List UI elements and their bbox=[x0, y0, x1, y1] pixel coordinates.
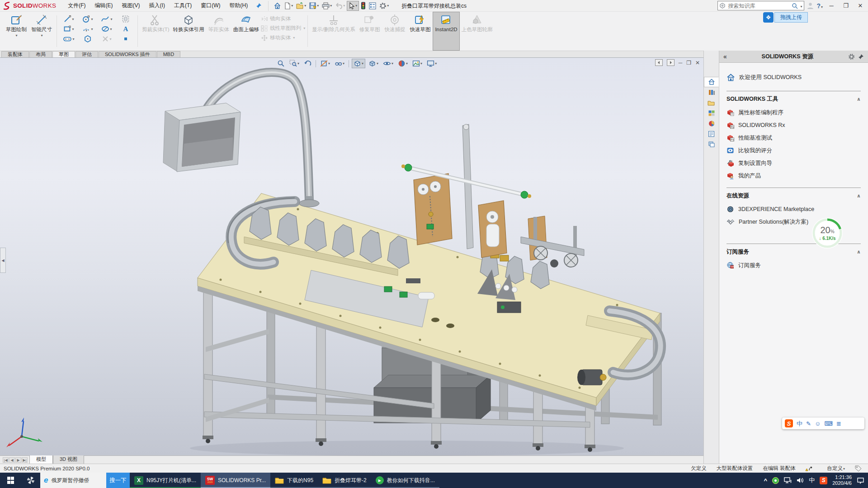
tab-mbd[interactable]: MBD bbox=[157, 51, 180, 57]
taskpane-tab-forum[interactable] bbox=[704, 139, 719, 150]
text-tool[interactable]: A bbox=[116, 24, 135, 34]
shaded-sketch-contours-button[interactable]: 上色草图轮廓 bbox=[460, 12, 495, 51]
collapse-section-icon[interactable] bbox=[857, 96, 861, 102]
close-button[interactable]: ✕ bbox=[854, 2, 866, 9]
settings-gear-button[interactable] bbox=[378, 1, 390, 11]
offset-on-surface-button[interactable]: 曲面上偏移 bbox=[231, 12, 261, 51]
menu-file[interactable]: 文件(F) bbox=[63, 0, 90, 11]
volume-icon[interactable] bbox=[797, 477, 804, 483]
welcome-link[interactable]: 欢迎使用 SOLIDWORKS bbox=[726, 69, 861, 85]
line-tool[interactable] bbox=[59, 14, 78, 24]
slot-tool[interactable] bbox=[59, 34, 78, 44]
compare-score-link[interactable]: 比较我的评分 bbox=[726, 144, 861, 157]
move-entities-button[interactable]: 移动实体 bbox=[261, 34, 305, 41]
tab-model[interactable]: 模型 bbox=[29, 455, 53, 464]
linear-pattern-button[interactable]: 线性草图阵列 bbox=[261, 25, 305, 32]
taskpane-tab-file-explorer[interactable] bbox=[704, 98, 719, 108]
pane-settings-gear-icon[interactable] bbox=[848, 53, 855, 60]
pane-pin-icon[interactable] bbox=[858, 54, 864, 60]
view-settings-icon[interactable] bbox=[425, 59, 438, 68]
menu-help[interactable]: 帮助(H) bbox=[225, 0, 253, 11]
ime-keyboard-icon[interactable]: ⌨ bbox=[824, 421, 833, 427]
menu-tools[interactable]: 工具(T) bbox=[170, 0, 196, 11]
instant2d-button[interactable]: Instant2D bbox=[433, 12, 459, 51]
quick-snaps-button[interactable]: 快速捕捉 bbox=[382, 12, 407, 51]
download-progress-badge[interactable]: 20% ↓ 6.1K/s bbox=[811, 217, 844, 249]
print-button[interactable] bbox=[321, 1, 333, 11]
model-3d-canvas[interactable] bbox=[0, 58, 703, 456]
subscription-services-link[interactable]: SW 订阅服务 bbox=[726, 259, 861, 272]
taskbar-item-solidworks[interactable]: SOLIDWORKS Pr... bbox=[201, 473, 270, 488]
rebuild-warning-icon[interactable] bbox=[805, 465, 812, 472]
convert-entities-button[interactable]: 转换实体引用 bbox=[171, 12, 206, 51]
save-button[interactable] bbox=[308, 1, 320, 11]
taskpane-tab-appearances[interactable] bbox=[704, 118, 719, 129]
doc-close-icon[interactable]: ✕ bbox=[695, 60, 700, 66]
sketch-button[interactable]: 草图绘制 bbox=[4, 12, 29, 51]
drag-upload-label[interactable]: 拖拽上传 bbox=[774, 12, 808, 23]
dynamic-annotation-icon[interactable] bbox=[333, 59, 346, 68]
tab-assembly[interactable]: 装配体 bbox=[1, 51, 29, 57]
sogou-tray-icon[interactable] bbox=[820, 477, 827, 484]
large-assembly-settings[interactable]: 大型装配体设置 bbox=[717, 465, 753, 472]
trim-quick-tool[interactable] bbox=[97, 34, 116, 44]
selection-box-tool[interactable] bbox=[116, 14, 135, 24]
menu-insert[interactable]: 插入(I) bbox=[145, 0, 170, 11]
collapse-section-icon[interactable] bbox=[857, 249, 861, 255]
taskbar-item-browser-page[interactable]: 教你如何下载抖音... bbox=[371, 473, 439, 488]
section-online-resources[interactable]: 在线资源 bbox=[726, 192, 861, 200]
knowledge-search-box[interactable] bbox=[717, 1, 804, 10]
taskbar-item-folder-earband[interactable]: 折叠焊耳带-2 bbox=[318, 473, 371, 488]
sogou-logo-icon[interactable] bbox=[785, 419, 793, 427]
circle-tool[interactable] bbox=[78, 14, 97, 24]
earband-feeder-board-left[interactable] bbox=[414, 174, 452, 245]
collapse-pane-icon[interactable]: « bbox=[723, 53, 727, 60]
last-sheet-icon[interactable]: ▶| bbox=[22, 457, 28, 463]
mirror-entities-button[interactable]: 镜向实体 bbox=[261, 15, 305, 22]
trim-entities-button[interactable]: 剪裁实体(T) bbox=[140, 12, 171, 51]
edit-appearance-icon[interactable] bbox=[396, 59, 409, 68]
start-button[interactable] bbox=[0, 473, 21, 488]
offset-entities-button[interactable]: 等距实体 bbox=[206, 12, 231, 51]
network-icon[interactable] bbox=[784, 477, 792, 483]
notification-center-icon[interactable] bbox=[857, 477, 864, 484]
customize-menu[interactable]: 自定义 bbox=[827, 465, 845, 472]
first-sheet-icon[interactable]: |◀ bbox=[3, 457, 9, 463]
section-view-icon[interactable] bbox=[319, 59, 331, 68]
doc-restore-icon[interactable]: ❐ bbox=[686, 60, 691, 66]
repair-sketch-button[interactable]: 修复草图 bbox=[357, 12, 382, 51]
taskbar-clock[interactable]: 1:21:36 2020/4/6 bbox=[832, 474, 852, 486]
tray-expand-icon[interactable] bbox=[764, 477, 768, 484]
rectangle-tool[interactable] bbox=[59, 24, 78, 34]
apply-scene-icon[interactable] bbox=[411, 59, 424, 68]
earband-feeder-board-right[interactable] bbox=[478, 201, 507, 258]
open-button[interactable] bbox=[295, 1, 307, 11]
browser-360-button[interactable] bbox=[21, 473, 40, 488]
smart-dimension-button[interactable]: 智能尺寸 bbox=[29, 12, 54, 51]
graphics-viewport[interactable]: ─ ❐ ✕ ◀ bbox=[0, 57, 703, 455]
collapse-section-icon[interactable] bbox=[857, 193, 861, 199]
tab-layout[interactable]: 布局 bbox=[29, 51, 52, 57]
undo-button[interactable] bbox=[334, 1, 346, 11]
taskpane-tab-view-palette[interactable] bbox=[704, 108, 719, 118]
display-style-icon[interactable] bbox=[367, 59, 380, 68]
tab-3d-views[interactable]: 3D 视图 bbox=[53, 455, 84, 464]
menu-window[interactable]: 窗口(W) bbox=[196, 0, 225, 11]
previous-document-icon[interactable] bbox=[655, 59, 663, 66]
taskpane-tab-design-library[interactable] bbox=[704, 87, 719, 98]
taskpane-tab-custom-properties[interactable] bbox=[704, 129, 719, 139]
prev-sheet-icon[interactable]: ◀ bbox=[9, 457, 15, 463]
spline-tool[interactable] bbox=[97, 14, 116, 24]
performance-benchmark-link[interactable]: Px 性能基准测试 bbox=[726, 131, 861, 144]
doc-minimize-icon[interactable]: ─ bbox=[679, 60, 683, 66]
next-document-icon[interactable] bbox=[667, 59, 675, 66]
sheet-nav-buttons[interactable]: |◀ ◀ ▶ ▶| bbox=[1, 457, 29, 464]
options-list-button[interactable] bbox=[368, 1, 377, 11]
tray-360-icon[interactable] bbox=[772, 477, 779, 484]
new-document-button[interactable] bbox=[283, 1, 294, 11]
drag-upload-overlay[interactable]: ❖ 拖拽上传 bbox=[763, 12, 808, 23]
arc-tool[interactable] bbox=[78, 24, 97, 34]
section-solidworks-tools[interactable]: SOLIDWORKS 工具 bbox=[726, 95, 861, 103]
select-button[interactable] bbox=[347, 1, 359, 11]
previous-view-icon[interactable] bbox=[302, 59, 313, 68]
